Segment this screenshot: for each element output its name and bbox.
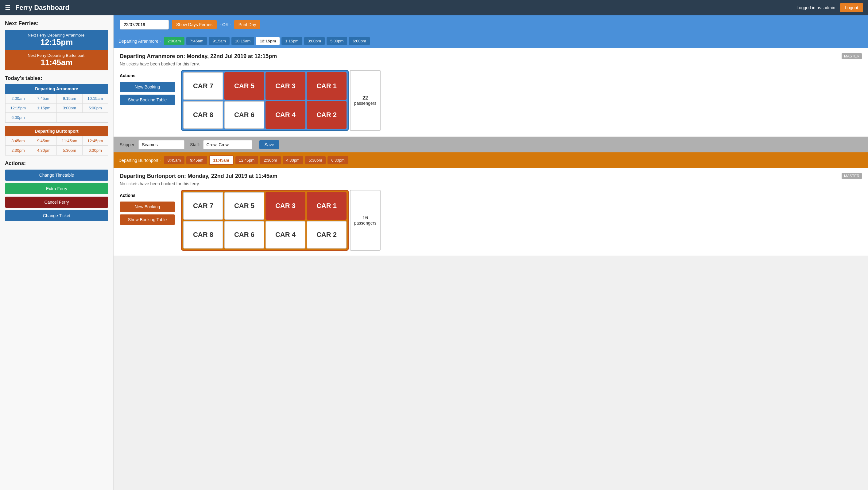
next-ferries-title: Next Ferries: [5,20,108,27]
arranmore-time-9[interactable]: 6:00pm [5,113,31,122]
arranmore-time-6[interactable]: 1:15pm [31,103,57,113]
burtonport-ferry-section: MASTER Departing Burtonport on: Monday, … [114,168,868,256]
arranmore-tab-200am[interactable]: 2:00am [164,37,184,45]
burtonport-tab-530pm[interactable]: 5:30pm [305,156,326,164]
arranmore-tab-300pm[interactable]: 3:00pm [304,37,325,45]
burtonport-time-7[interactable]: 5:30pm [57,146,83,155]
arranmore-time-tabs-bar: Departing Arranmore · 2:00am 7:45am 9:15… [114,34,868,48]
burtonport-tab-630pm[interactable]: 6:30pm [328,156,348,164]
staff-input[interactable] [203,140,252,149]
arranmore-tab-500pm[interactable]: 5:00pm [327,37,347,45]
burtonport-car-1[interactable]: CAR 1 [307,192,346,220]
burtonport-car-3[interactable]: CAR 3 [266,192,305,220]
burtonport-ferry-layout: Actions New Booking Show Booking Table C… [120,190,862,251]
next-burtonport-card: Next Ferry Departing Burtonport: 11:45am [5,50,108,70]
date-bar: Show Days Ferries · OR · Print Day [114,16,868,34]
arranmore-time-2[interactable]: 7:45am [31,94,57,103]
arranmore-tab-915am[interactable]: 9:15am [209,37,229,45]
arranmore-tab-1015am[interactable]: 10:15am [231,37,254,45]
arranmore-tab-115pm[interactable]: 1:15pm [281,37,302,45]
burtonport-car-5[interactable]: CAR 5 [224,192,264,220]
arranmore-car-4[interactable]: CAR 4 [266,101,305,129]
sidebar: Next Ferries: Next Ferry Departing Arran… [0,16,114,490]
arranmore-master-badge: MASTER [842,53,862,59]
burtonport-car-4[interactable]: CAR 4 [266,221,305,249]
burtonport-actions-label: Actions [120,193,175,198]
arranmore-timetable: Departing Arranmore 2:00am 7:45am 9:15am… [5,84,108,122]
sidebar-actions-title: Actions: [5,161,108,167]
staff-label: · Staff: [188,142,200,147]
user-info: Logged in as: admin [797,5,835,10]
arranmore-car-6[interactable]: CAR 6 [224,101,264,129]
date-input[interactable] [120,20,169,29]
burtonport-tab-1245pm[interactable]: 12:45pm [236,156,258,164]
cancel-ferry-button[interactable]: Cancel Ferry [5,197,108,208]
burtonport-time-6[interactable]: 4:30pm [31,146,57,155]
burtonport-time-2[interactable]: 9:45am [31,136,57,146]
arranmore-time-7[interactable]: 3:00pm [57,103,83,113]
menu-icon[interactable]: ☰ [5,4,10,11]
burtonport-tab-845am[interactable]: 8:45am [164,156,184,164]
arranmore-new-booking-button[interactable]: New Booking [120,82,175,92]
change-ticket-button[interactable]: Change Ticket [5,210,108,221]
arranmore-ferry-diagram: CAR 7 CAR 5 CAR 3 CAR 1 CAR 8 CAR 6 CAR … [181,70,349,131]
arranmore-passenger-label: passengers [354,101,376,106]
burtonport-new-booking-button[interactable]: New Booking [120,202,175,212]
burtonport-tab-1145am[interactable]: 11:45am [209,155,234,165]
burtonport-actions-col: Actions New Booking Show Booking Table [120,190,175,225]
burtonport-passengers-box: 16 passengers [350,190,381,251]
burtonport-car-8[interactable]: CAR 8 [183,221,223,249]
arranmore-time-5[interactable]: 12:15pm [5,103,31,113]
next-burtonport-time: 11:45am [9,58,104,67]
arranmore-show-table-button[interactable]: Show Booking Table [120,95,175,105]
arranmore-car-3[interactable]: CAR 3 [266,72,305,100]
todays-tables-title: Today's tables: [5,75,108,81]
arranmore-departing-label: Departing Arranmore · [119,39,161,44]
change-timetable-button[interactable]: Change Timetable [5,170,108,181]
arranmore-time-dash: - [31,113,57,122]
arranmore-ferry-title: Departing Arranmore on: Monday, 22nd Jul… [120,53,862,60]
arranmore-passengers-box: 22 passengers [350,70,381,131]
burtonport-time-8[interactable]: 6:30pm [82,146,108,155]
burtonport-tab-230pm[interactable]: 2:30pm [260,156,281,164]
arranmore-time-4[interactable]: 10:15am [82,94,108,103]
burtonport-passenger-count: 16 [363,215,368,221]
burtonport-time-4[interactable]: 12:45pm [82,136,108,146]
arranmore-tab-1215pm[interactable]: 12:15pm [256,37,280,45]
burtonport-time-3[interactable]: 11:45am [57,136,83,146]
burtonport-ferry-title: Departing Burtonport on: Monday, 22nd Ju… [120,173,862,179]
burtonport-passenger-label: passengers [354,221,376,226]
arranmore-time-1[interactable]: 2:00am [5,94,31,103]
skipper-input[interactable] [138,140,184,149]
arranmore-tab-745am[interactable]: 7:45am [186,37,207,45]
arranmore-car-5[interactable]: CAR 5 [224,72,264,100]
show-days-button[interactable]: Show Days Ferries [172,20,217,29]
burtonport-car-7[interactable]: CAR 7 [183,192,223,220]
arranmore-time-3[interactable]: 9:15am [57,94,83,103]
logout-button[interactable]: Logout [840,3,863,12]
arranmore-car-2[interactable]: CAR 2 [307,101,346,129]
header: ☰ Ferry Dashboard Logged in as: admin Lo… [0,0,868,16]
burtonport-show-table-button[interactable]: Show Booking Table [120,214,175,225]
arranmore-car-7[interactable]: CAR 7 [183,72,223,100]
arranmore-car-1[interactable]: CAR 1 [307,72,346,100]
extra-ferry-button[interactable]: Extra Ferry [5,183,108,194]
burtonport-tab-945am[interactable]: 9:45am [186,156,207,164]
burtonport-ferry-subtitle: No tickets have been booked for this fer… [120,181,862,186]
burtonport-tab-430pm[interactable]: 4:30pm [283,156,303,164]
burtonport-car-6[interactable]: CAR 6 [224,221,264,249]
layout: Next Ferries: Next Ferry Departing Arran… [0,16,868,490]
print-day-button[interactable]: Print Day [234,20,260,29]
next-arranmore-time: 12:15pm [9,37,104,47]
arranmore-actions-col: Actions New Booking Show Booking Table [120,70,175,105]
arranmore-car-8[interactable]: CAR 8 [183,101,223,129]
burtonport-time-5[interactable]: 2:30pm [5,146,31,155]
arranmore-time-8[interactable]: 5:00pm [82,103,108,113]
burtonport-car-2[interactable]: CAR 2 [307,221,346,249]
burtonport-timetable-grid: 8:45am 9:45am 11:45am 12:45pm 2:30pm 4:3… [5,136,108,155]
burtonport-time-1[interactable]: 8:45am [5,136,31,146]
next-arranmore-card: Next Ferry Departing Arranmore: 12:15pm [5,30,108,50]
save-button[interactable]: Save [259,140,279,149]
arranmore-tab-600pm[interactable]: 6:00pm [349,37,370,45]
arranmore-timetable-grid: 2:00am 7:45am 9:15am 10:15am 12:15pm 1:1… [5,94,108,122]
